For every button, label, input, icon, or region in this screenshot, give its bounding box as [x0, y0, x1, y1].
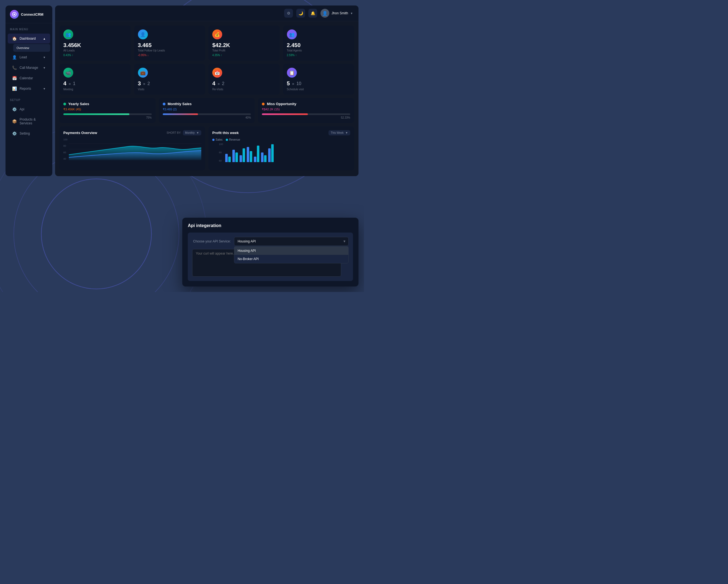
- monthly-title: Monthly Sales: [168, 102, 192, 106]
- sidebar-item-dashboard[interactable]: 🏠 Dashboard ▲: [8, 33, 50, 44]
- sidebar-item-call-manage[interactable]: 📞 Call Manage ▼: [8, 63, 50, 73]
- schedule-sub-num: 10: [296, 81, 301, 86]
- meeting-icon: 📹: [63, 68, 73, 78]
- all-leads-icon: 👥: [63, 29, 73, 39]
- revisits-icon: 📅: [212, 68, 222, 78]
- call-icon: 📞: [12, 65, 17, 70]
- call-manage-label: Call Manage: [20, 66, 38, 70]
- dropdown-item-housing[interactable]: Housing API: [234, 246, 348, 255]
- bar-rev-3: [242, 148, 245, 162]
- payments-chart-title: Payments Overview: [63, 131, 97, 135]
- settings-button[interactable]: ⚙: [284, 9, 293, 18]
- activity-grid: 📹 4 » 1 Meeting 💼 3 » 2 Visits: [59, 64, 354, 95]
- miss-title: Miss Opportunity: [267, 102, 296, 106]
- api-label: Api: [20, 107, 24, 111]
- user-menu[interactable]: 👤 Jhon Smith ▼: [320, 9, 353, 18]
- progress-yearly-sales: Yearly Sales ₹3.456K (45) 75%: [59, 98, 156, 123]
- setting-icon: ⚙️: [12, 131, 17, 136]
- api-modal: Api integeration Choose your API Service…: [182, 218, 359, 287]
- visits-icon: 💼: [138, 68, 148, 78]
- agents-icon: 👥: [287, 29, 297, 39]
- user-chevron-icon: ▼: [350, 12, 353, 15]
- stat-card-follow-up: 👤 3.465 Total Follow Up Leads -0.95% ↓: [134, 26, 205, 60]
- charts-grid: Payments Overview SHORT BY: Monthly ▼ 10…: [59, 126, 354, 170]
- profit-filter-arrow: ▼: [345, 131, 348, 134]
- profit-label: Total Profit: [212, 49, 276, 52]
- yearly-bar-fill: [63, 113, 129, 115]
- setup-label: SETUP: [5, 94, 52, 104]
- bar-rev-7: [271, 144, 274, 162]
- monthly-percent: 40%: [163, 116, 251, 119]
- visits-sub-num: 2: [147, 81, 150, 86]
- chevron-down-icon-2: ▼: [43, 66, 46, 69]
- agents-value: 2.450: [287, 42, 350, 48]
- api-form: Choose your API Service: Housing API ▼ H…: [188, 233, 353, 281]
- profit-filter-value: This Week: [331, 131, 344, 134]
- meeting-numbers: 4 » 1: [63, 80, 127, 87]
- monthly-amount: ₹3.465 (2): [163, 108, 251, 111]
- sidebar-item-overview[interactable]: Overview: [13, 44, 50, 52]
- header: ⚙ 🌙 🔔 👤 Jhon Smith ▼: [55, 5, 359, 21]
- dropdown-item-no-broker[interactable]: No-Broker API: [234, 255, 348, 263]
- meeting-arrow: »: [69, 81, 71, 86]
- svg-point-2: [41, 179, 151, 289]
- sidebar-item-products-services[interactable]: 📦 Products & Services: [8, 115, 50, 128]
- payments-chart-area: 100 80 60 40: [63, 138, 201, 160]
- follow-up-icon: 👤: [138, 29, 148, 39]
- miss-bar-bg: [262, 113, 350, 115]
- logo-icon: [10, 10, 19, 19]
- payments-filter-label: SHORT BY:: [166, 131, 181, 134]
- profit-filter-button[interactable]: This Week ▼: [329, 130, 350, 135]
- visits-label: Visits: [138, 88, 202, 91]
- chevron-down-icon: ▼: [43, 56, 46, 59]
- sidebar-item-setting[interactable]: ⚙️ Setting: [8, 129, 50, 138]
- schedule-label: Schedule visit: [287, 88, 350, 91]
- sidebar: ConnectCRM MAIN MENU 🏠 Dashboard ▲ Overv…: [5, 5, 52, 176]
- setting-label: Setting: [20, 132, 30, 135]
- bar-rev-2: [235, 153, 238, 162]
- api-select-wrapper: Housing API ▼ Housing API No-Broker API: [234, 237, 348, 246]
- stats-grid: 👥 3.456K All Leads 0.43% ↑ 👤 3.465 Total…: [59, 26, 354, 60]
- follow-up-label: Total Follow Up Leads: [138, 49, 202, 52]
- activity-meeting: 📹 4 » 1 Meeting: [59, 64, 131, 95]
- sidebar-item-reports[interactable]: 📊 Reports ▼: [8, 84, 50, 94]
- moon-button[interactable]: 🌙: [296, 9, 305, 18]
- profit-value: $42.2K: [212, 42, 276, 48]
- revenue-legend-label: Revenue: [229, 138, 240, 141]
- profit-chart-title: Profit this week: [212, 131, 239, 135]
- lead-icon: 👤: [12, 55, 17, 59]
- schedule-main-num: 5: [287, 80, 290, 87]
- api-service-select[interactable]: Housing API ▼: [234, 237, 348, 246]
- chevron-up-icon: ▲: [43, 37, 46, 40]
- products-label: Products & Services: [20, 117, 46, 125]
- yearly-percent: 75%: [63, 116, 152, 119]
- activity-schedule: 📋 5 » 10 Schedule visit: [283, 64, 354, 95]
- dashboard-label: Dashboard: [20, 36, 36, 41]
- bar-sales-5: [254, 157, 256, 162]
- follow-up-value: 3.465: [138, 42, 202, 48]
- revisits-sub-num: 2: [222, 81, 225, 86]
- avatar: 👤: [320, 9, 329, 18]
- activity-revisits: 📅 4 » 2 Re-Visits: [208, 64, 280, 95]
- stat-card-agents: 👥 2.450 Total Agents 2.59% ↑: [283, 26, 354, 60]
- bar-sales-2: [232, 150, 235, 162]
- main-menu-label: MAIN MENU: [5, 23, 52, 33]
- sidebar-item-calendar[interactable]: 📅 Calendar: [8, 73, 50, 83]
- all-leads-label: All Leads: [63, 49, 127, 52]
- sidebar-item-api[interactable]: ⚙️ Api: [8, 104, 50, 114]
- profit-change: 4.35% ↑: [212, 54, 276, 57]
- api-icon: ⚙️: [12, 107, 17, 111]
- profit-icon: 💰: [212, 29, 222, 39]
- logo-area: ConnectCRM: [5, 10, 52, 23]
- main-content: ⚙ 🌙 🔔 👤 Jhon Smith ▼ 👥 3.456K All Leads …: [55, 5, 359, 176]
- bar-rev-1: [228, 157, 231, 162]
- payments-filter-button[interactable]: Monthly ▼: [183, 130, 201, 135]
- yearly-title: Yearly Sales: [68, 102, 89, 106]
- bar-rev-5: [257, 145, 259, 162]
- username: Jhon Smith: [332, 11, 348, 15]
- notification-button[interactable]: 🔔: [308, 9, 317, 18]
- api-dropdown: Housing API No-Broker API: [234, 246, 348, 263]
- sidebar-item-lead[interactable]: 👤 Lead ▼: [8, 52, 50, 62]
- revenue-legend-dot: [226, 139, 228, 141]
- all-leads-value: 3.456K: [63, 42, 127, 48]
